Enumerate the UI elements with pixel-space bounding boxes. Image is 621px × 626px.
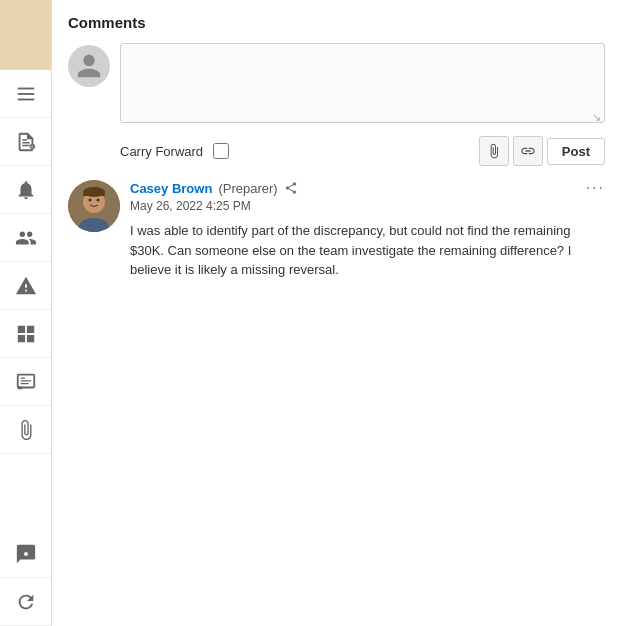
commenter-name: Casey Brown [130,181,212,196]
current-user-avatar [68,45,110,87]
comment-body: Casey Brown (Preparer) ··· May 26, 2022 … [130,180,605,280]
svg-rect-7 [20,380,31,381]
svg-rect-8 [20,382,28,383]
sidebar-bottom [0,530,51,626]
attach-icon [486,143,502,159]
sidebar-item-help[interactable] [0,358,51,406]
list-icon [15,83,37,105]
share-button[interactable] [284,181,298,195]
refresh-icon [15,591,37,613]
svg-point-13 [89,199,92,202]
carry-forward-checkbox[interactable] [213,143,229,159]
comment-textarea[interactable] [120,43,605,123]
sidebar-item-refresh[interactable] [0,578,51,626]
commenter-avatar [68,180,120,232]
chat-settings-icon [15,543,37,565]
commenter-role: (Preparer) [218,181,277,196]
comment-date: May 26, 2022 4:25 PM [130,199,605,213]
sidebar-item-list[interactable] [0,70,51,118]
svg-text:i: i [31,145,32,149]
main-content: Comments ↘ Carry Forward [52,0,621,626]
page-title: Comments [68,14,605,31]
sidebar-item-chat-settings[interactable] [0,530,51,578]
comment-entry: Casey Brown (Preparer) ··· May 26, 2022 … [68,180,605,280]
user-placeholder-icon [75,52,103,80]
svg-point-14 [97,199,100,202]
comment-header: Casey Brown (Preparer) ··· [130,180,605,196]
grid-icon [15,323,37,345]
share-icon [284,181,298,195]
comment-text: I was able to identify part of the discr… [130,221,605,280]
people-icon [15,227,37,249]
sidebar-top-block [0,0,51,70]
sidebar-item-grid[interactable] [0,310,51,358]
attach-file-button[interactable] [479,136,509,166]
svg-rect-9 [17,386,22,389]
sidebar-item-people[interactable] [0,214,51,262]
more-options-button[interactable]: ··· [586,180,605,196]
bell-icon [15,179,37,201]
carry-forward-label: Carry Forward [120,144,203,159]
link-icon [520,143,536,159]
sidebar: i [0,0,52,626]
insert-link-button[interactable] [513,136,543,166]
report-icon: i [15,131,37,153]
sidebar-item-attachments[interactable] [0,406,51,454]
sidebar-item-report[interactable]: i [0,118,51,166]
comment-input-row: ↘ [68,43,605,126]
post-button[interactable]: Post [547,138,605,165]
warning-icon [15,275,37,297]
svg-rect-1 [17,93,34,95]
avatar-svg [68,180,120,232]
comment-textarea-wrapper: ↘ [120,43,605,126]
sidebar-item-notifications[interactable] [0,166,51,214]
carry-forward-section: Carry Forward Post [120,136,605,166]
svg-rect-2 [17,98,34,100]
help-icon [15,371,37,393]
svg-rect-6 [20,377,25,378]
sidebar-item-warning[interactable] [0,262,51,310]
svg-rect-0 [17,87,34,89]
paperclip-icon [15,419,37,441]
